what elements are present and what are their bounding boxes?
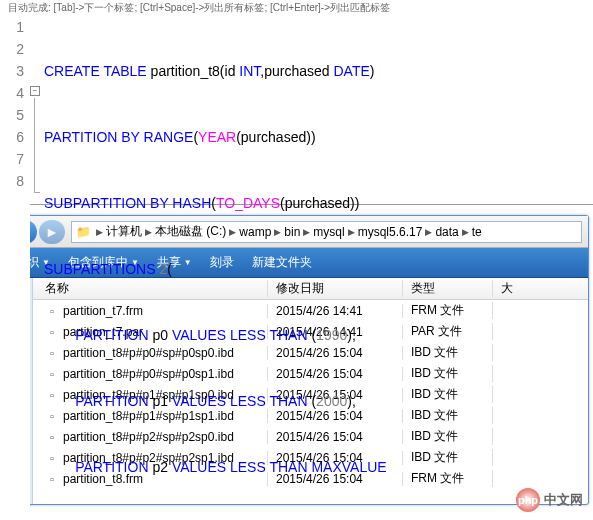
code-content[interactable]: CREATE TABLE partition_t8(id INT,purchas… [44,16,593,520]
fold-column: − [30,16,44,520]
php-logo-icon: php [516,488,540,512]
sql-editor[interactable]: 目动完成: [Tab]->下一个标签; [Ctrl+Space]->列出所有标签… [0,0,593,205]
fold-toggle-icon[interactable]: − [30,86,40,96]
line-gutter: 1 2 3 4 5 6 7 8 [0,16,30,520]
watermark: php 中文网 [516,488,583,512]
watermark-text: 中文网 [544,491,583,509]
editor-hint: 目动完成: [Tab]->下一个标签; [Ctrl+Space]->列出所有标签… [0,0,593,16]
nav-forward-button[interactable]: ► [39,220,65,244]
